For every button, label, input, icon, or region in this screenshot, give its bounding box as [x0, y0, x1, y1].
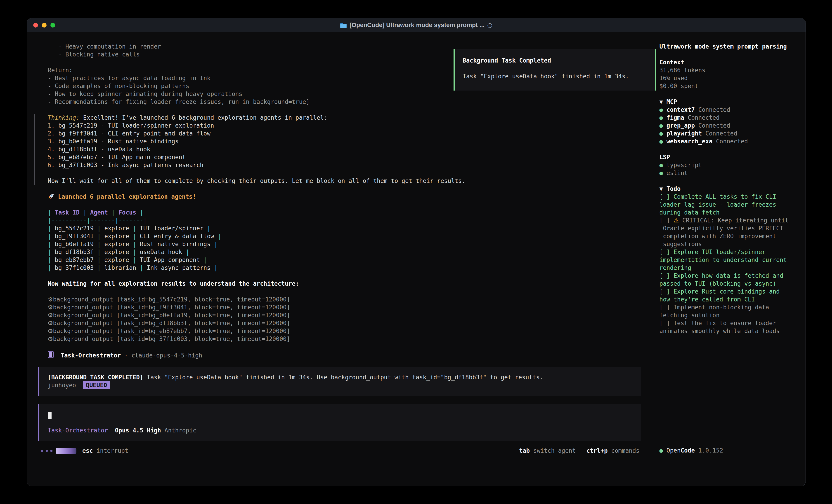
todo-item: rendering [659, 264, 806, 272]
todo-item: during data fetch [659, 208, 806, 217]
terminal-line [659, 51, 806, 58]
close-button[interactable] [33, 23, 38, 28]
tool-call: ⚙background_output [task_id=bg_b0effa19,… [27, 311, 658, 319]
terminal-line: - Recommendations for fixing loader free… [27, 98, 658, 106]
terminal-line [659, 145, 806, 153]
working-spinner-icon [56, 448, 76, 454]
input-footer-row: Task-Orchestrator Opus 4.5 High Anthropi… [48, 426, 634, 435]
warning-icon: ⚠ [674, 217, 679, 224]
zoom-button[interactable] [50, 23, 55, 28]
mcp-item: ● grep_app Connected [659, 122, 806, 130]
table-row: | bg_37f1c003 | librarian | Ink async pa… [27, 264, 658, 272]
table-row: | bg_f9ff3041 | explore | CLI entry & da… [27, 232, 658, 240]
todo-item: how they're called from CLI [659, 296, 806, 304]
terminal-line: Thinking: Excellent! I've launched 6 bac… [34, 114, 658, 122]
window-title: [OpenCode] Ultrawork mode system prompt … [349, 22, 485, 29]
terminal-line: 3. bg_b0effa19 - Rust native bindings [34, 138, 658, 145]
input-line[interactable] [48, 411, 634, 420]
message-meta: junhoyeo QUEUED [48, 382, 634, 389]
terminal-line: 1. bg_5547c219 - TUI loader/spinner expl… [34, 122, 658, 130]
mcp-item: ● playwright Connected [659, 130, 806, 138]
launch-banner: Launched 6 parallel exploration agents! [27, 193, 658, 201]
tool-call: ⚙background_output [task_id=bg_eb87ebb7,… [27, 327, 658, 335]
terminal-line [27, 106, 658, 114]
todo-item: fetching solution [659, 311, 806, 319]
todo-item: loader lag issue - loader freezes [659, 201, 806, 208]
terminal-line: Now waiting for all exploration results … [27, 280, 658, 288]
terminal-line: 4. bg_df18bb3f - useData hook [34, 145, 658, 153]
mcp-item: ● figma Connected [659, 114, 806, 122]
lsp-header: LSP [659, 153, 806, 161]
system-message: [BACKGROUND TASK COMPLETED] Task "Explor… [48, 373, 634, 382]
tool-call: ⚙background_output [task_id=bg_f9ff3041,… [27, 304, 658, 311]
statusbar-right: tab switch agent ctrl+p commands [519, 447, 640, 455]
session-title: Ultrawork mode system prompt parsing [659, 43, 806, 51]
gear-icon: ⚙ [48, 328, 53, 334]
todo-item: [ ] Explore Rust core bindings and [659, 288, 806, 296]
sidebar-sections: Ultrawork mode system prompt parsingCont… [659, 43, 806, 335]
gear-icon: ⚙ [48, 296, 53, 303]
app-window: [OpenCode] Ultrawork mode system prompt … [27, 18, 806, 486]
tool-call: ⚙background_output [task_id=bg_37f1c003,… [27, 335, 658, 343]
lsp-item: ● eslint [659, 169, 806, 177]
section-toggle-todo[interactable]: ▼ Todo [659, 185, 806, 193]
gear-icon: ⚙ [48, 336, 53, 342]
minimize-button[interactable] [42, 23, 47, 28]
todo-item: [ ] Explore TUI loader/spinner [659, 248, 806, 256]
todo-item: implementation to understand current [659, 256, 806, 264]
gear-icon: ⚙ [48, 304, 53, 311]
table-row: | bg_df18bb3f | explore | useData hook | [27, 248, 658, 256]
terminal-line [27, 185, 658, 193]
context-spent: $0.00 spent [659, 82, 806, 90]
todo-item: animates smoothly while data loads [659, 327, 806, 335]
interrupt-hint-wrap: esc interrupt [82, 447, 128, 455]
interrupt-hint: esc interrupt [82, 447, 128, 455]
notification-body: Task "Explore useData hook" finished in … [463, 73, 629, 80]
terminal-line [27, 288, 658, 296]
app-version: ● OpenCode 1.0.152 [659, 447, 806, 454]
prompt-input-panel[interactable]: Task-Orchestrator Opus 4.5 High Anthropi… [38, 404, 641, 441]
window-title-area: [OpenCode] Ultrawork mode system prompt … [27, 18, 806, 32]
folder-icon [340, 22, 347, 29]
table-row: | bg_eb87ebb7 | explore | TUI App compon… [27, 256, 658, 264]
todo-item: suggestions [659, 240, 806, 248]
terminal-line: 2. bg_f9ff3041 - CLI entry point and dat… [34, 130, 658, 138]
todo-item: [ ] Explore how data is fetched and [659, 272, 806, 280]
text-cursor [48, 412, 52, 419]
proxy-circle-icon: ○ [487, 22, 492, 28]
terminal-line [27, 272, 658, 280]
todo-item: passed to TUI (blocking vs async) [659, 280, 806, 288]
terminal-line: 6. bg_37f1c003 - Ink async patterns rese… [34, 161, 658, 169]
agent-square-icon [48, 351, 54, 358]
terminal-line: Now I'll wait for all of them to complet… [34, 177, 658, 185]
gear-icon: ⚙ [48, 320, 53, 327]
context-header: Context [659, 58, 806, 66]
terminal-line [659, 177, 806, 185]
context-tokens: 31,686 tokens [659, 66, 806, 74]
background-task-notification: Background Task Completed Task "Explore … [453, 49, 656, 90]
todo-item: [ ] ⚠ CRITICAL: Keep iterating until [659, 217, 806, 224]
spinner-dot-icon [46, 450, 48, 452]
statusbar-left: esc interrupt [41, 447, 128, 455]
table-divider-row: |----------|-------|-------| [27, 217, 658, 224]
todo-item: completion with ZERO improvement [659, 232, 806, 240]
mcp-item: ● websearch_exa Connected [659, 138, 806, 145]
lsp-item: ● typescript [659, 161, 806, 169]
main-column: - Heavy computation in render - Blocking… [27, 32, 658, 486]
todo-item: [ ] Complete ALL tasks to fix CLI [659, 193, 806, 201]
terminal-content: - Heavy computation in render - Blocking… [27, 32, 806, 486]
tool-call: ⚙background_output [task_id=bg_df18bb3f,… [27, 319, 658, 327]
terminal-line [34, 169, 658, 177]
rocket-icon [48, 193, 54, 200]
terminal-line [27, 343, 658, 351]
system-message-panel: [BACKGROUND TASK COMPLETED] Task "Explor… [38, 367, 641, 396]
terminal-line [27, 201, 658, 208]
sidebar[interactable]: Ultrawork mode system prompt parsingCont… [658, 32, 806, 486]
table-row: | bg_5547c219 | explore | TUI loader/spi… [27, 224, 658, 232]
todo-item: Oracle explicitly verifies PERFECT [659, 224, 806, 232]
terminal-line: 5. bg_eb87ebb7 - TUI App main component [34, 153, 658, 161]
mcp-item: ● context7 Connected [659, 106, 806, 114]
spinner-dot-icon [41, 450, 43, 452]
todo-item: [ ] Test the fix to ensure loader [659, 319, 806, 327]
section-toggle-mcp[interactable]: ▼ MCP [659, 98, 806, 106]
